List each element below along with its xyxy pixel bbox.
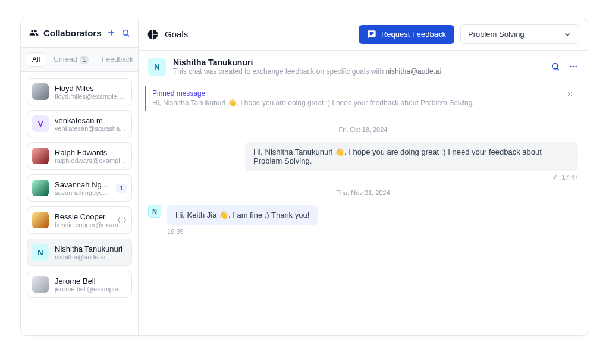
collaborator-item[interactable]: Floyd Milesfloyd.miles@example.com	[27, 78, 132, 105]
pinned-title: Pinned message	[152, 89, 559, 98]
chat-search-button[interactable]	[551, 62, 560, 71]
pinned-message[interactable]: Pinned message Hi, Nishitha Tanukunuri 👋…	[145, 86, 582, 111]
sidebar: Collaborators All Unread 1 Feedback Floy…	[21, 18, 139, 335]
avatar	[32, 212, 49, 228]
message-time: 17:47	[561, 174, 578, 181]
avatar: N	[32, 244, 49, 261]
sidebar-title-text: Collaborators	[43, 28, 102, 38]
collaborator-email: savannah.nguyen@e…	[55, 189, 110, 196]
chat-icon	[367, 30, 376, 39]
collaborator-list: Floyd Milesfloyd.miles@example.comVvenka…	[21, 72, 138, 304]
collaborator-email: floyd.miles@example.com	[55, 93, 127, 100]
unread-count-badge: 1	[80, 56, 89, 64]
goals-icon	[147, 29, 159, 40]
resize-handle-icon[interactable]	[116, 214, 128, 226]
svg-point-9	[573, 66, 575, 68]
message-bubble[interactable]: Hi, Keith Jia 👋. I am fine :) Thank you!	[167, 205, 318, 225]
svg-point-6	[553, 64, 558, 69]
collaborator-name: Jerome Bell	[55, 277, 127, 285]
collaborator-item[interactable]: Vvenkatesan mvenkatesan@squashapps…	[27, 110, 132, 137]
chat-contact-sub: This chat was created to exchange feedba…	[173, 67, 544, 76]
add-collaborator-button[interactable]	[106, 27, 117, 39]
unread-badge: 1	[116, 184, 127, 193]
svg-line-7	[557, 68, 559, 70]
chat-header-actions	[551, 62, 578, 71]
chat-contact-name: Nishitha Tanukunuri	[173, 58, 544, 67]
collaborator-item[interactable]: Ralph Edwardsralph.edwars@example.co…	[27, 142, 132, 170]
message-time: 16:39	[167, 228, 184, 235]
page-title: Goals	[147, 29, 353, 40]
avatar	[32, 276, 49, 293]
message-meta: 16:39	[167, 228, 578, 235]
pin-icon	[551, 174, 558, 181]
message-incoming: N Hi, Keith Jia 👋. I am fine :) Thank yo…	[148, 205, 578, 225]
svg-point-8	[570, 66, 572, 68]
avatar	[32, 180, 49, 196]
collaborator-name: Nishitha Tanukunuri	[55, 244, 127, 253]
date-separator: Thu, Nov 21, 2024	[148, 189, 578, 196]
collaborator-email: ralph.edwars@example.co…	[55, 157, 127, 164]
message-avatar: N	[148, 205, 161, 218]
avatar: V	[32, 115, 49, 132]
svg-line-3	[128, 34, 130, 36]
goal-select[interactable]: Problem Solving	[460, 24, 579, 44]
collaborator-name: venkatesan m	[55, 116, 127, 125]
collaborator-item[interactable]: Savannah Nguyensavannah.nguyen@e…1	[27, 174, 132, 202]
avatar	[32, 148, 49, 164]
chat-header: N Nishitha Tanukunuri This chat was crea…	[139, 51, 588, 83]
message-outgoing: Hi, Nishitha Tanukunuri 👋. I hope you ar…	[148, 142, 578, 171]
collaborator-name: Floyd Miles	[55, 84, 127, 93]
app-window: Collaborators All Unread 1 Feedback Floy…	[20, 18, 588, 336]
pinned-text: Hi, Nishitha Tanukunuri 👋. I hope you ar…	[152, 99, 559, 107]
svg-point-10	[575, 66, 577, 68]
date-separator: Fri, Oct 18, 2024	[148, 126, 578, 133]
collaborator-item[interactable]: Jerome Belljerome.bell@example.com	[27, 271, 132, 298]
request-feedback-button[interactable]: Request Feedback	[359, 25, 454, 44]
chevron-down-icon	[563, 30, 572, 39]
message-meta: 17:47	[148, 174, 578, 181]
sidebar-title: Collaborators	[29, 28, 102, 38]
collaborator-email: jerome.bell@example.com	[55, 285, 127, 293]
collaborator-name: Savannah Nguyen	[55, 180, 110, 189]
tab-feedback[interactable]: Feedback	[97, 53, 138, 66]
collaborator-name: Ralph Edwards	[55, 148, 127, 157]
collaborator-email: nishitha@aude.ai	[55, 253, 127, 261]
sidebar-header: Collaborators	[21, 18, 138, 48]
main-panel: Goals Request Feedback Problem Solving N…	[139, 18, 588, 335]
svg-point-2	[123, 30, 128, 35]
collaborator-email: venkatesan@squashapps…	[55, 125, 127, 132]
main-header: Goals Request Feedback Problem Solving	[139, 18, 588, 51]
chat-more-button[interactable]	[569, 62, 578, 71]
chat-contact-email[interactable]: nishitha@aude.ai	[386, 67, 441, 76]
filter-tabs: All Unread 1 Feedback	[21, 48, 138, 72]
people-icon	[29, 28, 39, 37]
chat-header-text: Nishitha Tanukunuri This chat was create…	[173, 58, 544, 76]
chat-body: Fri, Oct 18, 2024 Hi, Nishitha Tanukunur…	[139, 111, 588, 335]
search-collaborators-button[interactable]	[121, 27, 131, 39]
close-pinned-button[interactable]	[564, 89, 576, 99]
tab-unread[interactable]: Unread 1	[49, 53, 93, 66]
message-bubble[interactable]: Hi, Nishitha Tanukunuri 👋. I hope you ar…	[245, 142, 578, 171]
chat-avatar: N	[148, 58, 166, 76]
collaborator-item[interactable]: NNishitha Tanukunurinishitha@aude.ai	[27, 239, 132, 266]
avatar	[32, 83, 49, 100]
tab-all[interactable]: All	[27, 52, 45, 67]
